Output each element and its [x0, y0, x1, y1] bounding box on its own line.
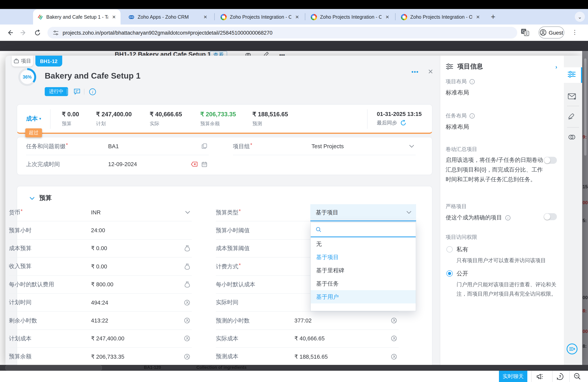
- cost-col-forecast: ₹ 188,516.65预测: [252, 111, 288, 127]
- back-button[interactable]: [5, 27, 16, 38]
- svg-text:i: i: [507, 216, 508, 220]
- collapse-chevron-icon[interactable]: [30, 197, 35, 200]
- project-layout-value[interactable]: 标准布局: [446, 89, 469, 96]
- dropdown-option-task-based[interactable]: 基于任务: [311, 277, 416, 290]
- tab-close-icon[interactable]: ✕: [385, 14, 390, 20]
- field-value[interactable]: BA1: [108, 143, 119, 149]
- tab-title: Zoho Projects Integration - O: [320, 14, 381, 20]
- budget-row-forecast-cost: 预测成本 ₹ 188,516.65: [216, 348, 399, 366]
- panel-title: 项目信息: [457, 62, 483, 71]
- svg-text:i: i: [472, 80, 473, 84]
- svg-text:文: 文: [525, 32, 528, 36]
- calendar-icon[interactable]: [201, 161, 207, 167]
- tab-integration-3[interactable]: Zoho Projects Integration - O ✕: [397, 9, 484, 24]
- refresh-icon[interactable]: [400, 120, 406, 126]
- background-view-link: 查看: [210, 51, 227, 56]
- copy-icon[interactable]: [201, 143, 207, 149]
- rail-signature-icon[interactable]: [567, 112, 578, 122]
- rail-link-icon[interactable]: [567, 133, 578, 143]
- background-fragment: Collection of ingredients: [196, 365, 247, 370]
- tab-bakery[interactable]: Bakery and Cafe Setup 1 - Tas ✕: [33, 9, 121, 24]
- budget-row-planned-time: 计划时间 494:24: [9, 294, 192, 312]
- rail-project-info-icon[interactable]: [567, 70, 578, 80]
- divider: [552, 371, 553, 382]
- dropdown-option-milestone-based[interactable]: 基于里程碑: [311, 264, 416, 277]
- tab-close-icon[interactable]: ✕: [294, 14, 300, 20]
- integration-app-icon: [221, 14, 227, 20]
- divider: [531, 371, 532, 382]
- radio-public-desc: 门户用户只能对该项目进行查看、评论和关注，而项目用户对项目具有完全访问权限。: [457, 280, 559, 299]
- last-sync-time: 01-31-2025 13:15: [377, 111, 422, 117]
- budget-type-select[interactable]: 基于项目: [310, 204, 416, 221]
- dropdown-option-none[interactable]: 无: [311, 237, 416, 251]
- radio-private[interactable]: [446, 246, 453, 253]
- zoho-crm-icon: [128, 14, 135, 20]
- svg-text:i: i: [472, 114, 473, 118]
- status-badge[interactable]: 进行中: [45, 87, 68, 96]
- task-layout-value[interactable]: 标准布局: [446, 123, 469, 131]
- translate-icon[interactable]: G文: [520, 28, 530, 38]
- progress-ring: 36%: [18, 68, 36, 86]
- info-icon[interactable]: i: [89, 88, 96, 96]
- forward-button[interactable]: [18, 27, 29, 38]
- field-value[interactable]: 12-09-2024: [108, 161, 137, 167]
- project-code-badge[interactable]: BH1-12: [35, 56, 62, 66]
- collapse-panel-chevron-icon[interactable]: ›: [555, 64, 557, 70]
- rail-feedback-icon[interactable]: [567, 343, 578, 354]
- svg-text:?: ?: [559, 374, 561, 379]
- info-icon[interactable]: i: [469, 79, 475, 85]
- dropdown-option-user-based[interactable]: 基于用户: [311, 290, 416, 303]
- budget-section-header[interactable]: 预算: [30, 194, 52, 202]
- background-dim-band: [0, 41, 588, 51]
- tab-search-chevron-icon[interactable]: ⌄: [575, 12, 585, 22]
- address-bar[interactable]: projects.zoho.in/portal/bhattacharyan902…: [47, 27, 517, 39]
- dropdown-search-input[interactable]: [311, 223, 416, 237]
- dropdown-option-project-based[interactable]: 基于项目: [311, 251, 416, 264]
- edge-number: 00: [583, 200, 588, 205]
- cost-selector[interactable]: 成本 ▾: [26, 115, 41, 123]
- live-chat-button[interactable]: 实时聊天: [499, 371, 527, 382]
- browser-menu-icon[interactable]: ⋮: [571, 27, 579, 38]
- new-tab-button[interactable]: +: [488, 12, 498, 21]
- announcement-icon[interactable]: [536, 373, 544, 381]
- tab-title: Zoho Projects Integration - O: [410, 14, 472, 20]
- comment-icon[interactable]: [73, 88, 81, 96]
- rail-mail-icon[interactable]: [567, 92, 578, 102]
- dialog-close-icon[interactable]: ✕: [428, 68, 433, 76]
- background-breadcrumb: BH1-12 Bakery and Cafe Setup 1: [115, 51, 211, 56]
- integration-app-icon: [401, 14, 407, 20]
- search-zoom-icon[interactable]: [573, 373, 581, 381]
- tab-integration-1[interactable]: Zoho Projects Integration - O ✕: [217, 9, 304, 24]
- strict-project-desc: 使这个成为精确的项目: [446, 214, 502, 221]
- strict-project-toggle[interactable]: [544, 213, 557, 220]
- section-title: 预算: [39, 194, 52, 202]
- rollup-toggle[interactable]: [544, 157, 557, 164]
- tab-close-icon[interactable]: ✕: [475, 14, 481, 20]
- tab-close-icon[interactable]: ✕: [203, 14, 208, 20]
- info-icon[interactable]: i: [505, 215, 511, 220]
- project-type-chip[interactable]: 项目: [12, 56, 33, 66]
- site-settings-icon[interactable]: [53, 30, 59, 36]
- profile-button[interactable]: Guest: [539, 26, 564, 39]
- help-icon[interactable]: ?: [556, 373, 564, 381]
- radio-private-desc: 只有项目用户才可以查看并访问该项目: [457, 256, 559, 265]
- chevron-down-icon[interactable]: [409, 145, 414, 148]
- radio-public[interactable]: [446, 270, 453, 276]
- tab-zoho-crm[interactable]: Zoho Apps - Zoho CRM ✕: [125, 9, 212, 24]
- field-label: 上次完成时间: [26, 160, 60, 168]
- dialog-more-button[interactable]: •••: [411, 68, 419, 75]
- tab-close-icon[interactable]: ✕: [111, 14, 117, 20]
- last-sync: 01-31-2025 13:15 最后同步: [377, 111, 422, 127]
- no-edit-icon: [391, 354, 397, 360]
- radio-public-label[interactable]: 公开: [457, 270, 468, 277]
- clear-date-icon[interactable]: [191, 161, 198, 167]
- integration-app-icon: [311, 14, 317, 20]
- chevron-down-icon[interactable]: [185, 211, 190, 214]
- url-text[interactable]: projects.zoho.in/portal/bhattacharyan902…: [63, 30, 273, 36]
- field-value[interactable]: Test Projects: [312, 143, 344, 149]
- reload-button[interactable]: [32, 27, 43, 38]
- tab-integration-2[interactable]: Zoho Projects Integration - O ✕: [307, 9, 394, 24]
- info-icon[interactable]: i: [469, 113, 475, 119]
- radio-private-label[interactable]: 私有: [457, 246, 468, 253]
- scrollbar[interactable]: [584, 58, 587, 156]
